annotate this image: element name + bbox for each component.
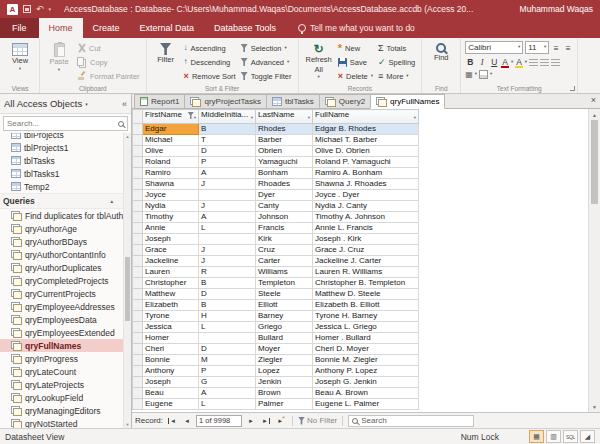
selection-button[interactable]: Selection ▾	[239, 41, 294, 55]
row-selector[interactable]	[133, 168, 143, 179]
document-tab-qryProjectTasks[interactable]: qryProjectTasks	[184, 94, 266, 108]
cell[interactable]: Griego	[256, 322, 313, 333]
sidebar-item-qryInProgress[interactable]: qryInProgress	[0, 352, 123, 365]
cell[interactable]: Jackeline J. Carter	[313, 256, 419, 267]
font-name-combo[interactable]: Calibri ▾	[465, 41, 523, 54]
cell[interactable]: Timothy	[143, 212, 199, 223]
cell[interactable]: Williams	[256, 267, 313, 278]
sidebar-item-Temp2[interactable]: Temp2	[0, 180, 123, 193]
cell[interactable]: Edgar	[143, 124, 199, 135]
descending-button[interactable]: ↑ Descending	[182, 55, 238, 69]
cell[interactable]: B	[199, 278, 256, 289]
cell[interactable]: Christopher B. Templeton	[313, 278, 419, 289]
cell[interactable]: Joseph . Kirk	[313, 234, 419, 245]
sidebar-item-qryCurrentProjects[interactable]: qryCurrentProjects	[0, 287, 123, 300]
row-selector[interactable]	[133, 289, 143, 300]
filter-button[interactable]: Filter	[151, 41, 181, 65]
row-selector[interactable]	[133, 366, 143, 377]
cell[interactable]: M	[199, 355, 256, 366]
cell[interactable]: Michael	[143, 135, 199, 146]
sql-view-button[interactable]: SQL	[563, 430, 578, 443]
sidebar-item-qryLookupField[interactable]: qryLookupField	[0, 391, 123, 404]
row-selector[interactable]	[133, 300, 143, 311]
row-selector[interactable]	[133, 135, 143, 146]
cell[interactable]: Joseph G. Jenkin	[313, 377, 419, 388]
cell[interactable]: Beau A. Brown	[313, 388, 419, 399]
cell[interactable]: D	[199, 344, 256, 355]
sidebar-item-qryAuthorContantInfo[interactable]: qryAuthorContantInfo	[0, 248, 123, 261]
row-selector[interactable]	[133, 157, 143, 168]
font-size-combo[interactable]: 11 ▾	[525, 41, 549, 54]
cell[interactable]: R	[199, 267, 256, 278]
cell[interactable]: Nydia	[143, 201, 199, 212]
row-selector[interactable]	[133, 355, 143, 366]
underline-button[interactable]: U	[489, 56, 499, 68]
sidebar-item-qryFullNames[interactable]: qryFullNames	[0, 339, 123, 352]
view-button[interactable]: View ▾	[5, 41, 35, 71]
next-record-button[interactable]: ►	[245, 415, 257, 427]
first-record-button[interactable]: ◄	[166, 415, 178, 427]
document-tab-Report1[interactable]: Report1	[134, 94, 185, 108]
bold-button[interactable]: B	[465, 56, 475, 68]
cell[interactable]: J	[199, 179, 256, 190]
cell[interactable]: Matthew D. Steele	[313, 289, 419, 300]
cell[interactable]: L	[199, 223, 256, 234]
format-painter-button[interactable]: Format Painter	[75, 69, 142, 83]
refresh-all-button[interactable]: ↻ Refresh All ▾	[303, 41, 335, 80]
align-center-icon[interactable]	[540, 59, 549, 66]
column-header-FirstName[interactable]: FirstName▾	[143, 110, 199, 124]
datasheet-view-button[interactable]: ▦	[529, 430, 544, 443]
align-left-icon[interactable]	[529, 59, 538, 66]
cell[interactable]: Jessica	[143, 322, 199, 333]
cell[interactable]: Kirk	[256, 234, 313, 245]
cell[interactable]: Rhodes	[256, 124, 313, 135]
row-selector[interactable]	[133, 388, 143, 399]
record-search-input[interactable]: Search	[348, 415, 474, 427]
cell[interactable]: Tyrone	[143, 311, 199, 322]
cell[interactable]: Bullard	[256, 333, 313, 344]
tab-create[interactable]: Create	[83, 18, 130, 38]
row-selector[interactable]	[133, 212, 143, 223]
cell[interactable]: Obrien	[256, 146, 313, 157]
cell[interactable]: Barney	[256, 311, 313, 322]
undo-icon[interactable]: ↶	[36, 5, 44, 14]
cell[interactable]: Steele	[256, 289, 313, 300]
tab-database-tools[interactable]: Database Tools	[204, 18, 286, 38]
cell[interactable]: Grace J. Cruz	[313, 245, 419, 256]
cell[interactable]: D	[199, 289, 256, 300]
sidebar-item-qryAuthorAge[interactable]: qryAuthorAge	[0, 222, 123, 235]
cell[interactable]: Dyer	[256, 190, 313, 201]
cell[interactable]: Olive	[143, 146, 199, 157]
cell[interactable]: Bonnie M. Ziegler	[313, 355, 419, 366]
cell[interactable]: Timothy A. Johnson	[313, 212, 419, 223]
cell[interactable]: Barber	[256, 135, 313, 146]
cell[interactable]: Bonham	[256, 168, 313, 179]
cell[interactable]: L	[199, 399, 256, 410]
more-button[interactable]: ≡ More ▾	[376, 69, 417, 83]
row-selector[interactable]	[133, 190, 143, 201]
column-header-LastName[interactable]: LastName▾	[256, 110, 313, 124]
cell[interactable]	[199, 234, 256, 245]
cell[interactable]: J	[199, 256, 256, 267]
cell[interactable]: A	[199, 212, 256, 223]
cell[interactable]: Palmer	[256, 399, 313, 410]
cell[interactable]: Tyrone H. Barney	[313, 311, 419, 322]
cell[interactable]: Elizabeth	[143, 300, 199, 311]
cell[interactable]: Ziegler	[256, 355, 313, 366]
ascending-button[interactable]: ↓ Ascending	[182, 41, 238, 55]
sidebar-item-tblProjects[interactable]: tblProjects	[0, 133, 123, 141]
cell[interactable]: Cheri D. Moyer	[313, 344, 419, 355]
tab-file[interactable]: File	[0, 18, 39, 38]
cell[interactable]: Jackeline	[143, 256, 199, 267]
sidebar-item-tblTasks[interactable]: tblTasks	[0, 154, 123, 167]
sidebar-item-qryEmployeeAddresses[interactable]: qryEmployeeAddresses	[0, 300, 123, 313]
highlight-color-button[interactable]: A	[515, 58, 523, 67]
row-selector[interactable]	[133, 234, 143, 245]
cell[interactable]: Joseph	[143, 234, 199, 245]
shutter-collapse-icon[interactable]: «	[122, 99, 127, 109]
cell[interactable]: Yamaguchi	[256, 157, 313, 168]
row-selector[interactable]	[133, 124, 143, 135]
cell[interactable]: Eugene	[143, 399, 199, 410]
sidebar-item-tblProjects1[interactable]: tblProjects1	[0, 141, 123, 154]
user-name[interactable]: Muhammad Waqas	[520, 4, 593, 14]
